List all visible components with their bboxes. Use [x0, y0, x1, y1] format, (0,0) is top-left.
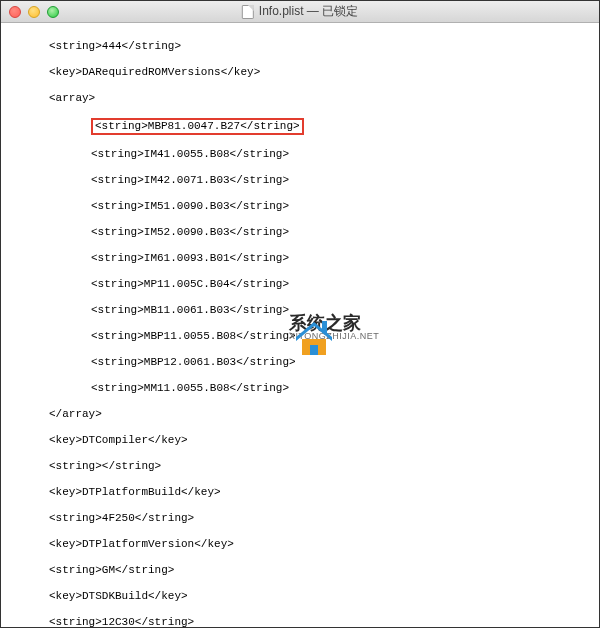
zoom-icon[interactable]	[47, 6, 59, 18]
code-line: <string>4F250</string>	[1, 512, 599, 525]
code-line: </array>	[1, 408, 599, 421]
close-icon[interactable]	[9, 6, 21, 18]
highlight-box: <string>MBP81.0047.B27</string>	[91, 118, 304, 135]
code-line: <string>MBP12.0061.B03</string>	[1, 356, 599, 369]
code-line: <key>DTSDKBuild</key>	[1, 590, 599, 603]
code-line: <string>12C30</string>	[1, 616, 599, 627]
code-line: <string>IM61.0093.B01</string>	[1, 252, 599, 265]
code-line: <string>MB11.0061.B03</string>	[1, 304, 599, 317]
code-line: <string>MM11.0055.B08</string>	[1, 382, 599, 395]
code-line: <string>GM</string>	[1, 564, 599, 577]
code-line: <string>MBP81.0047.B27</string>	[1, 118, 599, 135]
document-icon	[242, 5, 254, 19]
code-line: <string>MBP11.0055.B08</string>	[1, 330, 599, 343]
code-line: <key>DTPlatformBuild</key>	[1, 486, 599, 499]
minimize-icon[interactable]	[28, 6, 40, 18]
code-line: <string>IM42.0071.B03</string>	[1, 174, 599, 187]
traffic-lights	[9, 6, 59, 18]
code-line: <string>444</string>	[1, 40, 599, 53]
code-line: <string>MP11.005C.B04</string>	[1, 278, 599, 291]
code-line: <string>IM51.0090.B03</string>	[1, 200, 599, 213]
titlebar: Info.plist — 已锁定	[1, 1, 599, 23]
editor-content[interactable]: <string>444</string> <key>DARequiredROMV…	[1, 23, 599, 627]
watermark-cn: 系统之家	[289, 314, 379, 332]
editor-window: Info.plist — 已锁定 <string>444</string> <k…	[1, 1, 599, 627]
code-line: <key>DARequiredROMVersions</key>	[1, 66, 599, 79]
window-title: Info.plist — 已锁定	[242, 3, 358, 20]
code-line: <array>	[1, 92, 599, 105]
svg-rect-1	[310, 345, 318, 355]
code-line: <string>IM41.0055.B08</string>	[1, 148, 599, 161]
code-line: <key>DTPlatformVersion</key>	[1, 538, 599, 551]
code-line: <key>DTCompiler</key>	[1, 434, 599, 447]
window-title-text: Info.plist — 已锁定	[259, 3, 358, 20]
code-line: <string>IM52.0090.B03</string>	[1, 226, 599, 239]
code-line: <string></string>	[1, 460, 599, 473]
